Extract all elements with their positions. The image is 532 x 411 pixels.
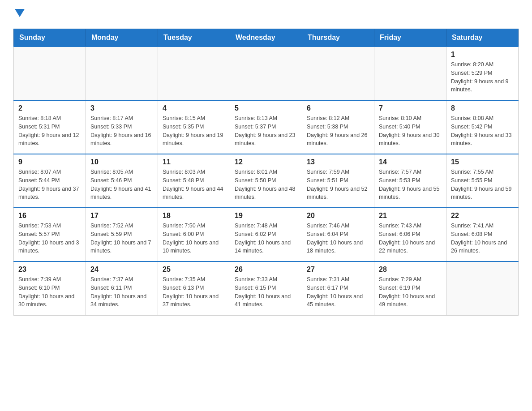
day-number: 21 xyxy=(379,212,442,220)
day-info: Sunrise: 7:37 AM Sunset: 6:11 PM Dayligh… xyxy=(90,275,153,309)
calendar-week-row: 1Sunrise: 8:20 AM Sunset: 5:29 PM Daylig… xyxy=(14,47,519,100)
calendar-cell: 3Sunrise: 8:17 AM Sunset: 5:33 PM Daylig… xyxy=(86,100,158,154)
day-info: Sunrise: 8:17 AM Sunset: 5:33 PM Dayligh… xyxy=(90,114,153,148)
calendar-cell: 1Sunrise: 8:20 AM Sunset: 5:29 PM Daylig… xyxy=(446,47,519,100)
calendar-cell: 26Sunrise: 7:33 AM Sunset: 6:15 PM Dayli… xyxy=(230,261,302,315)
day-info: Sunrise: 7:46 AM Sunset: 6:04 PM Dayligh… xyxy=(307,222,369,255)
logo xyxy=(13,9,25,20)
day-info: Sunrise: 7:39 AM Sunset: 6:10 PM Dayligh… xyxy=(18,275,81,309)
day-info: Sunrise: 8:05 AM Sunset: 5:46 PM Dayligh… xyxy=(90,168,153,201)
calendar-cell xyxy=(446,261,519,315)
day-info: Sunrise: 7:55 AM Sunset: 5:55 PM Dayligh… xyxy=(451,168,514,201)
day-number: 14 xyxy=(379,158,442,166)
day-number: 13 xyxy=(307,158,369,166)
weekday-header: Friday xyxy=(374,29,446,47)
calendar-header-row: SundayMondayTuesdayWednesdayThursdayFrid… xyxy=(14,29,519,47)
day-info: Sunrise: 7:57 AM Sunset: 5:53 PM Dayligh… xyxy=(379,168,442,201)
weekday-header: Monday xyxy=(86,29,158,47)
day-info: Sunrise: 7:50 AM Sunset: 6:00 PM Dayligh… xyxy=(163,222,225,255)
calendar-cell: 27Sunrise: 7:31 AM Sunset: 6:17 PM Dayli… xyxy=(302,261,374,315)
weekday-header: Thursday xyxy=(302,29,374,47)
day-number: 9 xyxy=(18,158,81,166)
calendar-cell: 19Sunrise: 7:48 AM Sunset: 6:02 PM Dayli… xyxy=(230,208,302,261)
calendar-cell xyxy=(86,47,158,100)
calendar-cell: 2Sunrise: 8:18 AM Sunset: 5:31 PM Daylig… xyxy=(14,100,86,154)
weekday-header: Tuesday xyxy=(158,29,230,47)
calendar-cell: 18Sunrise: 7:50 AM Sunset: 6:00 PM Dayli… xyxy=(158,208,230,261)
calendar-cell: 12Sunrise: 8:01 AM Sunset: 5:50 PM Dayli… xyxy=(230,154,302,208)
day-number: 2 xyxy=(18,104,81,112)
calendar-week-row: 9Sunrise: 8:07 AM Sunset: 5:44 PM Daylig… xyxy=(14,154,519,208)
day-number: 15 xyxy=(451,158,514,166)
calendar-cell: 16Sunrise: 7:53 AM Sunset: 5:57 PM Dayli… xyxy=(14,208,86,261)
day-number: 4 xyxy=(163,104,225,112)
day-info: Sunrise: 8:08 AM Sunset: 5:42 PM Dayligh… xyxy=(451,114,514,148)
calendar-cell: 17Sunrise: 7:52 AM Sunset: 5:59 PM Dayli… xyxy=(86,208,158,261)
day-info: Sunrise: 7:41 AM Sunset: 6:08 PM Dayligh… xyxy=(451,222,514,255)
page-header xyxy=(13,9,519,20)
day-number: 17 xyxy=(90,212,153,220)
day-info: Sunrise: 7:43 AM Sunset: 6:06 PM Dayligh… xyxy=(379,222,442,255)
day-info: Sunrise: 8:20 AM Sunset: 5:29 PM Dayligh… xyxy=(451,60,514,94)
day-info: Sunrise: 7:35 AM Sunset: 6:13 PM Dayligh… xyxy=(163,275,225,309)
calendar-cell: 22Sunrise: 7:41 AM Sunset: 6:08 PM Dayli… xyxy=(446,208,519,261)
day-number: 22 xyxy=(451,212,514,220)
day-number: 24 xyxy=(90,265,153,274)
day-info: Sunrise: 7:33 AM Sunset: 6:15 PM Dayligh… xyxy=(235,275,297,309)
weekday-header: Sunday xyxy=(14,29,86,47)
weekday-header: Saturday xyxy=(446,29,519,47)
day-number: 11 xyxy=(163,158,225,166)
day-number: 8 xyxy=(451,104,514,112)
calendar-week-row: 2Sunrise: 8:18 AM Sunset: 5:31 PM Daylig… xyxy=(14,100,519,154)
day-number: 18 xyxy=(163,212,225,220)
day-info: Sunrise: 8:15 AM Sunset: 5:35 PM Dayligh… xyxy=(163,114,225,148)
day-info: Sunrise: 8:12 AM Sunset: 5:38 PM Dayligh… xyxy=(307,114,369,148)
calendar-cell: 25Sunrise: 7:35 AM Sunset: 6:13 PM Dayli… xyxy=(158,261,230,315)
logo-triangle-icon xyxy=(15,9,25,17)
weekday-header: Wednesday xyxy=(230,29,302,47)
day-info: Sunrise: 8:10 AM Sunset: 5:40 PM Dayligh… xyxy=(379,114,442,148)
day-info: Sunrise: 7:29 AM Sunset: 6:19 PM Dayligh… xyxy=(379,275,442,309)
calendar-cell: 6Sunrise: 8:12 AM Sunset: 5:38 PM Daylig… xyxy=(302,100,374,154)
calendar-cell: 8Sunrise: 8:08 AM Sunset: 5:42 PM Daylig… xyxy=(446,100,519,154)
day-number: 19 xyxy=(235,212,297,220)
day-info: Sunrise: 8:18 AM Sunset: 5:31 PM Dayligh… xyxy=(18,114,81,148)
calendar-cell xyxy=(374,47,446,100)
day-number: 16 xyxy=(18,212,81,220)
calendar-cell xyxy=(230,47,302,100)
day-number: 27 xyxy=(307,265,369,274)
calendar-cell: 20Sunrise: 7:46 AM Sunset: 6:04 PM Dayli… xyxy=(302,208,374,261)
day-number: 10 xyxy=(90,158,153,166)
calendar-cell: 28Sunrise: 7:29 AM Sunset: 6:19 PM Dayli… xyxy=(374,261,446,315)
day-info: Sunrise: 8:07 AM Sunset: 5:44 PM Dayligh… xyxy=(18,168,81,201)
day-number: 25 xyxy=(163,265,225,274)
day-number: 5 xyxy=(235,104,297,112)
day-number: 26 xyxy=(235,265,297,274)
calendar-cell xyxy=(14,47,86,100)
day-info: Sunrise: 7:59 AM Sunset: 5:51 PM Dayligh… xyxy=(307,168,369,201)
day-info: Sunrise: 7:48 AM Sunset: 6:02 PM Dayligh… xyxy=(235,222,297,255)
day-info: Sunrise: 7:31 AM Sunset: 6:17 PM Dayligh… xyxy=(307,275,369,309)
calendar-table: SundayMondayTuesdayWednesdayThursdayFrid… xyxy=(13,29,519,316)
calendar-cell: 5Sunrise: 8:13 AM Sunset: 5:37 PM Daylig… xyxy=(230,100,302,154)
calendar-cell: 21Sunrise: 7:43 AM Sunset: 6:06 PM Dayli… xyxy=(374,208,446,261)
calendar-cell: 9Sunrise: 8:07 AM Sunset: 5:44 PM Daylig… xyxy=(14,154,86,208)
calendar-cell: 4Sunrise: 8:15 AM Sunset: 5:35 PM Daylig… xyxy=(158,100,230,154)
calendar-cell: 24Sunrise: 7:37 AM Sunset: 6:11 PM Dayli… xyxy=(86,261,158,315)
day-number: 28 xyxy=(379,265,442,274)
day-number: 23 xyxy=(18,265,81,274)
calendar-cell: 13Sunrise: 7:59 AM Sunset: 5:51 PM Dayli… xyxy=(302,154,374,208)
calendar-week-row: 23Sunrise: 7:39 AM Sunset: 6:10 PM Dayli… xyxy=(14,261,519,315)
calendar-cell xyxy=(158,47,230,100)
calendar-cell: 7Sunrise: 8:10 AM Sunset: 5:40 PM Daylig… xyxy=(374,100,446,154)
day-info: Sunrise: 8:01 AM Sunset: 5:50 PM Dayligh… xyxy=(235,168,297,201)
calendar-cell: 14Sunrise: 7:57 AM Sunset: 5:53 PM Dayli… xyxy=(374,154,446,208)
day-info: Sunrise: 7:52 AM Sunset: 5:59 PM Dayligh… xyxy=(90,222,153,255)
calendar-week-row: 16Sunrise: 7:53 AM Sunset: 5:57 PM Dayli… xyxy=(14,208,519,261)
day-number: 6 xyxy=(307,104,369,112)
day-number: 12 xyxy=(235,158,297,166)
calendar-cell: 23Sunrise: 7:39 AM Sunset: 6:10 PM Dayli… xyxy=(14,261,86,315)
day-number: 3 xyxy=(90,104,153,112)
day-number: 1 xyxy=(451,51,514,59)
calendar-cell xyxy=(302,47,374,100)
